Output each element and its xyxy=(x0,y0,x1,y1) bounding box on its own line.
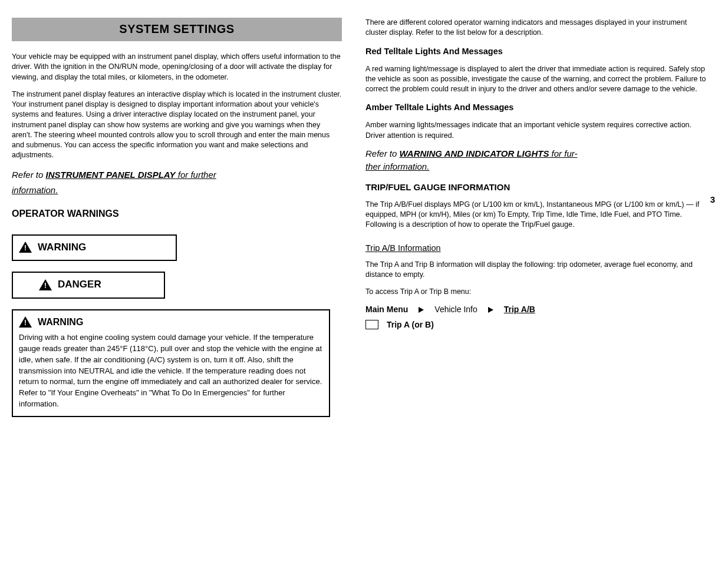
ref-line-2: Refer to WARNING AND INDICATOR LIGHTS fo… xyxy=(365,148,707,160)
ref-link: INSTRUMENT PANEL DISPLAY xyxy=(46,170,176,180)
trip-fuel-body: The Trip A/B/Fuel displays MPG (or L/100… xyxy=(365,200,707,230)
arrow-right-icon xyxy=(488,307,493,313)
banner-title: SYSTEM SETTINGS xyxy=(119,21,234,38)
warning-label: WARNING xyxy=(38,240,86,254)
ref-continuation: information. xyxy=(12,184,342,197)
menu-trip-title: Trip A (or B) xyxy=(387,319,434,330)
intro-para-1: Your vehicle may be equipped with an ins… xyxy=(12,52,342,82)
red-telltale-heading: Red Telltale Lights And Messages xyxy=(365,45,707,57)
trip-nav-intro: To access Trip A or Trip B menu: xyxy=(365,287,707,297)
big-warning-label: WARNING xyxy=(38,315,83,329)
ref-continuation-2: ther information. xyxy=(365,161,707,173)
ref-link-2: WARNING AND INDICATOR LIGHTS xyxy=(400,148,549,158)
left-column: SYSTEM SETTINGS Your vehicle may be equi… xyxy=(12,18,342,428)
trip-ab-heading: Trip A/B Information xyxy=(365,242,707,254)
trip-ab-body: The Trip A and Trip B information will d… xyxy=(365,260,707,280)
big-warning-body: Driving with a hot engine cooling system… xyxy=(19,332,323,410)
warning-triangle-icon xyxy=(39,279,52,290)
right-column: There are different colored operator war… xyxy=(365,18,707,428)
red-telltale-body: A red warning light/message is displayed… xyxy=(365,64,707,95)
menu-title-row: Trip A (or B) xyxy=(365,319,707,330)
amber-telltale-body: Amber warning lights/messages indicate t… xyxy=(365,120,707,141)
ref-line: Refer to INSTRUMENT PANEL DISPLAY for fu… xyxy=(12,169,342,181)
menu-vehicle-info: Vehicle Info xyxy=(434,304,477,315)
trip-fuel-heading: TRIP/FUEL GAUGE INFORMATION xyxy=(365,181,707,194)
warning-triangle-icon xyxy=(19,242,32,253)
warning-triangle-icon xyxy=(19,316,32,328)
menu-navigation-row: Main Menu Vehicle Info Trip A/B xyxy=(365,304,707,315)
menu-main-label: Main Menu xyxy=(365,304,408,315)
display-box-icon xyxy=(365,320,378,329)
right-para-1: There are different colored operator war… xyxy=(365,18,707,38)
amber-telltale-heading: Amber Telltale Lights And Messages xyxy=(365,101,707,113)
big-warning-box: WARNING Driving with a hot engine coolin… xyxy=(12,309,330,417)
danger-label: DANGER xyxy=(58,277,101,291)
section-banner: SYSTEM SETTINGS xyxy=(12,18,342,41)
danger-box: DANGER xyxy=(12,272,165,298)
intro-para-2: The instrument panel display features an… xyxy=(12,90,342,161)
page-number: 3 xyxy=(710,194,715,204)
arrow-right-icon xyxy=(419,307,424,313)
warning-box: WARNING xyxy=(12,234,177,261)
operator-warnings-heading: OPERATOR WARNINGS xyxy=(12,207,342,220)
menu-trip-ab: Trip A/B xyxy=(504,304,535,315)
